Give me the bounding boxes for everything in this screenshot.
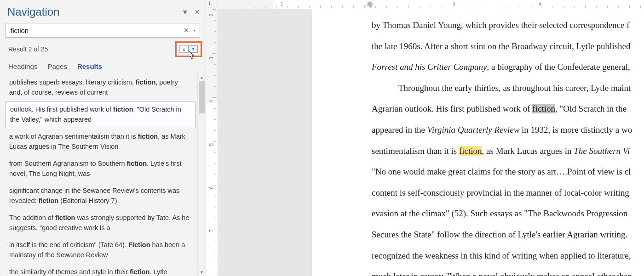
first-line-indent-marker[interactable] xyxy=(368,1,373,5)
search-clear-icon[interactable]: ✕ xyxy=(181,26,191,35)
search-options-dropdown-icon[interactable]: ▾ xyxy=(191,28,198,34)
scroll-down-icon[interactable]: ▼ xyxy=(198,269,206,276)
search-box: ✕ ▾ xyxy=(6,23,200,38)
navigation-title: Navigation xyxy=(7,6,59,18)
result-item[interactable]: the similarity of themes and style in th… xyxy=(6,264,196,276)
search-input[interactable] xyxy=(6,25,181,36)
scroll-track[interactable] xyxy=(198,81,206,269)
result-item[interactable]: The addition of fiction was strongly sup… xyxy=(6,209,196,237)
scroll-up-icon[interactable]: ▲ xyxy=(198,74,206,81)
document-page[interactable]: by Thomas Daniel Young, which provides t… xyxy=(312,9,644,276)
results-scrollbar[interactable]: ▲ ▼ xyxy=(197,74,206,276)
horizontal-ruler: 1234 xyxy=(218,0,644,9)
tab-results[interactable]: Results xyxy=(77,62,102,70)
ruler-tab-indicator[interactable]: L xyxy=(209,1,212,6)
result-item[interactable]: publishes superb essays, literary critic… xyxy=(6,74,196,101)
tab-headings[interactable]: Headings xyxy=(8,62,37,70)
results-list: publishes superb essays, literary critic… xyxy=(6,74,197,276)
scroll-thumb[interactable] xyxy=(199,81,205,113)
vertical-ruler: L 234567 xyxy=(206,0,218,276)
result-item[interactable]: from Southern Agrarianism to Southern fi… xyxy=(6,155,196,182)
prev-result-button[interactable]: ▲ xyxy=(179,45,189,53)
result-count: Result 2 of 25 xyxy=(8,45,48,53)
document-container: L 234567 1234 by Thomas Daniel Young, wh… xyxy=(206,0,644,276)
hanging-indent-marker[interactable] xyxy=(368,5,373,8)
navigation-pane: Navigation ▼ ✕ ✕ ▾ Result 2 of 25 ▲ ▼ xyxy=(0,0,206,276)
result-item[interactable]: in itself is the end of criticism" (Tate… xyxy=(6,237,196,264)
result-item[interactable]: outlook. His first published work of fic… xyxy=(6,101,196,128)
document-scroll-area[interactable]: 1234 by Thomas Daniel Young, which provi… xyxy=(218,0,644,276)
pane-options-dropdown-icon[interactable]: ▼ xyxy=(180,7,190,17)
nav-tabs: Headings Pages Results xyxy=(0,57,206,74)
pane-close-icon[interactable]: ✕ xyxy=(193,7,202,17)
result-item[interactable]: significant change in the Sewanee Review… xyxy=(6,182,196,209)
tab-pages[interactable]: Pages xyxy=(47,62,67,70)
result-nav-buttons: ▲ ▼ xyxy=(175,41,202,57)
result-item[interactable]: a work of Agrarian sentimentalism than i… xyxy=(6,128,196,155)
next-result-button[interactable]: ▼ xyxy=(189,45,198,53)
